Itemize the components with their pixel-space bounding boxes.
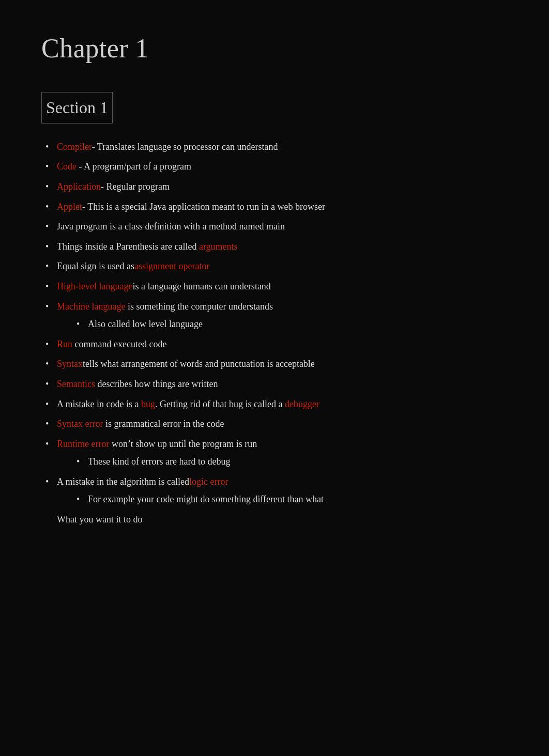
sub-list-runtime-error: These kind of errors are hard to debug: [72, 454, 508, 470]
continuation-text-logic-error: What you want it to do: [41, 512, 508, 528]
list-item-logic-error: A mistake in the algorithm is calledlogi…: [41, 474, 508, 507]
list-item-bug: A mistake in code is a bug. Getting rid …: [41, 396, 508, 412]
sub-list-item: These kind of errors are hard to debug: [72, 454, 508, 470]
list-item-run: Run command executed code: [41, 336, 508, 352]
sub-list-logic-error: For example your code might do something…: [72, 491, 508, 507]
list-item-java-program: Java program is a class definition with …: [41, 219, 508, 235]
sub-list-machine-language: Also called low level language: [72, 316, 508, 332]
list-item-runtime-error: Runtime error won’t show up until the pr…: [41, 436, 508, 470]
list-item-assignment-operator: Equal sign is used asassignment operator: [41, 258, 508, 274]
list-item-semantics: Semantics describes how things are writt…: [41, 376, 508, 392]
list-item-machine-language: Machine language is something the comput…: [41, 299, 508, 332]
sub-list-item: Also called low level language: [72, 316, 508, 332]
list-item-syntax: Syntaxtells what arrangement of words an…: [41, 356, 508, 372]
list-item-arguments: Things inside a Parenthesis are called a…: [41, 239, 508, 255]
list-item-code: Code - A program/part of a program: [41, 159, 508, 175]
chapter-title: Chapter 1: [41, 26, 508, 71]
section-title: Section 1: [41, 92, 113, 123]
list-item-applet: Applet- This is a special Java applicati…: [41, 199, 508, 215]
list-item-high-level: High-level languageis a language humans …: [41, 279, 508, 295]
list-item-syntax-error: Syntax error is grammatical error in the…: [41, 416, 508, 432]
list-item-compiler: Compiler- Translates language so process…: [41, 139, 508, 155]
list-item-application: Application- Regular program: [41, 179, 508, 195]
sub-list-item: For example your code might do something…: [72, 491, 508, 507]
main-list: Compiler- Translates language so process…: [41, 139, 508, 528]
